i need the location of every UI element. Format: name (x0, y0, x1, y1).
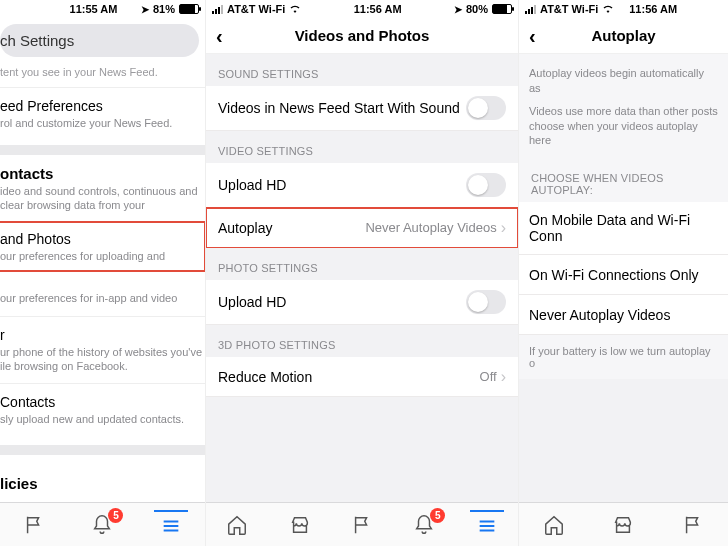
tab-bar: 5 (0, 502, 205, 546)
row-label: On Mobile Data and Wi-Fi Conn (529, 212, 718, 244)
carrier-label: AT&T Wi-Fi (540, 3, 598, 15)
tab-bar (519, 502, 728, 546)
tab-flag[interactable] (345, 510, 379, 540)
reduce-motion-row[interactable]: Reduce Motion Off › (206, 357, 518, 397)
wifi-icon (289, 3, 301, 15)
tab-bar: 5 (206, 502, 518, 546)
signal-icon (212, 5, 223, 14)
autoplay-intro: Autoplay videos begin automatically as V… (519, 54, 728, 158)
news-feed-preferences-item[interactable]: eed Preferences rol and customize your N… (0, 87, 205, 140)
tab-marketplace[interactable] (606, 510, 640, 540)
tab-flag[interactable] (676, 510, 710, 540)
intro-line: Autoplay videos begin automatically as (529, 66, 718, 96)
empty-area (206, 397, 518, 502)
item-title: eed Preferences (0, 98, 205, 114)
item-desc: our preferences for uploading and (0, 249, 199, 263)
signal-icon (525, 5, 536, 14)
battery-icon (492, 4, 512, 14)
row-label: On Wi-Fi Connections Only (529, 267, 699, 283)
item-desc: rol and customize your News Feed. (0, 116, 205, 130)
photo-upload-hd-toggle[interactable] (466, 290, 506, 314)
section-video-settings: VIDEO SETTINGS (206, 131, 518, 163)
videos-start-with-sound-row[interactable]: Videos in News Feed Start With Sound (206, 86, 518, 131)
tab-menu[interactable] (470, 510, 504, 540)
settings-screen: 11:55 AM ➤ 81% ch Settings tent you see … (0, 0, 206, 546)
tab-notifications[interactable]: 5 (85, 510, 119, 540)
item-desc: sly upload new and updated contacts. (0, 412, 205, 426)
tab-flag[interactable] (17, 510, 51, 540)
search-settings-pill[interactable]: ch Settings (0, 24, 199, 57)
video-upload-hd-toggle[interactable] (466, 173, 506, 197)
intro-line: Videos use more data than other posts ch… (529, 104, 718, 149)
section-desc: ideo and sound controls, continuous and … (0, 184, 205, 213)
row-label: Videos in News Feed Start With Sound (218, 100, 466, 116)
autoplay-option-wifi-only[interactable]: On Wi-Fi Connections Only (519, 255, 728, 295)
location-icon: ➤ (454, 4, 462, 15)
status-time: 11:55 AM (46, 3, 141, 15)
battery-pct: 81% (153, 3, 175, 15)
section-title: licies (0, 475, 205, 492)
sound-toggle[interactable] (466, 96, 506, 120)
videos-and-photos-screen: AT&T Wi-Fi 11:56 AM ➤ 80% ‹ Videos and P… (206, 0, 519, 546)
item-title: and Photos (0, 231, 199, 247)
status-bar: AT&T Wi-Fi 11:56 AM (519, 0, 728, 18)
autoplay-option-never[interactable]: Never Autoplay Videos (519, 295, 728, 335)
notification-badge: 5 (430, 508, 445, 523)
tab-marketplace[interactable] (283, 510, 317, 540)
row-value: Off (480, 369, 497, 384)
section-title: ontacts (0, 165, 205, 182)
nav-header: ‹ Videos and Photos (206, 18, 518, 54)
wifi-icon (602, 3, 614, 15)
tab-home[interactable] (537, 510, 571, 540)
tab-home[interactable] (220, 510, 254, 540)
autoplay-screen: AT&T Wi-Fi 11:56 AM ‹ Autoplay Autoplay … (519, 0, 728, 546)
autoplay-row[interactable]: Autoplay Never Autoplay Videos › (206, 208, 518, 248)
section-divider (0, 445, 205, 455)
status-bar: AT&T Wi-Fi 11:56 AM ➤ 80% (206, 0, 518, 18)
photo-upload-hd-row[interactable]: Upload HD (206, 280, 518, 325)
row-value: Never Autoplay Videos (365, 220, 496, 235)
tab-menu[interactable] (154, 510, 188, 540)
empty-area (519, 379, 728, 502)
videos-and-photos-item[interactable]: and Photos our preferences for uploading… (0, 222, 205, 271)
policies-section[interactable]: licies (0, 465, 205, 502)
section-divider (0, 145, 205, 155)
back-button[interactable]: ‹ (216, 26, 236, 46)
status-time: 11:56 AM (301, 3, 454, 15)
choose-when-header: CHOOSE WHEN VIDEOS AUTOPLAY: (519, 158, 728, 202)
status-time: 11:56 AM (614, 3, 692, 15)
section-3d-photo-settings: 3D PHOTO SETTINGS (206, 325, 518, 357)
carrier-label: AT&T Wi-Fi (227, 3, 285, 15)
row-label: Reduce Motion (218, 369, 312, 385)
screen-title: Autoplay (519, 27, 728, 44)
item-desc: ur phone of the history of websites you'… (0, 345, 205, 374)
item-title: Contacts (0, 394, 205, 410)
item-title: r (0, 327, 205, 343)
chevron-right-icon: › (501, 368, 506, 386)
section-photo-settings: PHOTO SETTINGS (206, 248, 518, 280)
notification-badge: 5 (108, 508, 123, 523)
row-label: Never Autoplay Videos (529, 307, 670, 323)
section-sound-settings: SOUND SETTINGS (206, 54, 518, 86)
screen-title: Videos and Photos (206, 27, 518, 44)
location-icon: ➤ (141, 4, 149, 15)
row-label: Upload HD (218, 294, 286, 310)
battery-pct: 80% (466, 3, 488, 15)
item-desc: our preferences for in-app and video (0, 291, 205, 305)
newsfeed-caption: tent you see in your News Feed. (0, 65, 205, 87)
back-button[interactable]: ‹ (529, 26, 549, 46)
video-upload-hd-row[interactable]: Upload HD (206, 163, 518, 208)
media-contacts-section-header: ontacts ideo and sound controls, continu… (0, 165, 205, 213)
autoplay-option-mobile-wifi[interactable]: On Mobile Data and Wi-Fi Conn (519, 202, 728, 255)
battery-footnote: If your battery is low we turn autoplay … (519, 335, 728, 379)
tab-notifications[interactable]: 5 (407, 510, 441, 540)
nav-header: ‹ Autoplay (519, 18, 728, 54)
row-label: Autoplay (218, 220, 272, 236)
status-bar: 11:55 AM ➤ 81% (0, 0, 205, 18)
row-label: Upload HD (218, 177, 286, 193)
battery-icon (179, 4, 199, 14)
browser-item[interactable]: r ur phone of the history of websites yo… (0, 316, 205, 384)
upload-contacts-item[interactable]: Contacts sly upload new and updated cont… (0, 383, 205, 436)
sounds-item[interactable]: our preferences for in-app and video (0, 271, 205, 315)
chevron-right-icon: › (501, 219, 506, 237)
